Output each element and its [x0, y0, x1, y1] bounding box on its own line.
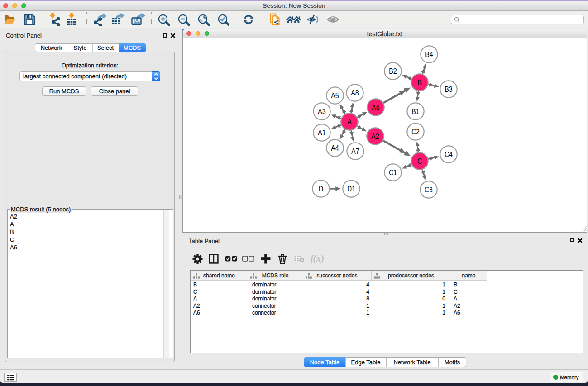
svg-text:B3: B3 [445, 85, 452, 93]
svg-text:A6: A6 [372, 103, 379, 111]
svg-text:B2: B2 [389, 67, 397, 75]
svg-text:C: C [417, 157, 422, 165]
svg-text:A4: A4 [331, 144, 339, 152]
svg-text:C2: C2 [411, 128, 419, 136]
svg-text:B: B [417, 78, 422, 86]
svg-text:A5: A5 [331, 91, 339, 100]
svg-text:D: D [319, 185, 323, 193]
svg-text:A3: A3 [318, 107, 325, 115]
svg-text:C3: C3 [425, 186, 432, 194]
svg-text:B1: B1 [411, 107, 419, 115]
svg-text:A1: A1 [318, 129, 325, 137]
svg-text:C4: C4 [445, 150, 452, 158]
svg-text:B4: B4 [425, 50, 433, 58]
svg-text:C1: C1 [389, 168, 397, 176]
svg-text:A7: A7 [351, 147, 359, 155]
svg-text:A: A [347, 118, 352, 126]
svg-text:D1: D1 [347, 185, 355, 193]
svg-text:A2: A2 [371, 132, 379, 140]
svg-text:A8: A8 [351, 89, 359, 97]
